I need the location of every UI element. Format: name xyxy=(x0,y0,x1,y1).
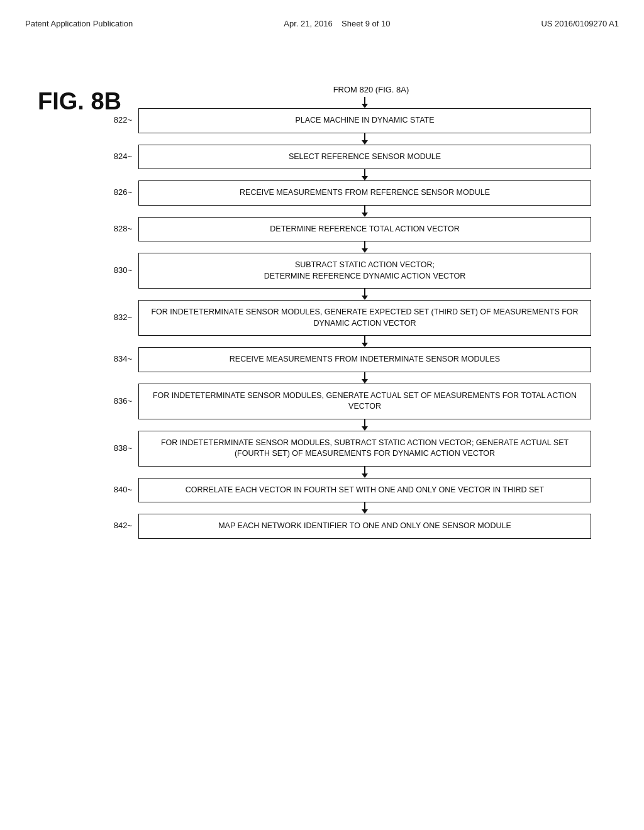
header-sheet: Sheet 9 of 10 xyxy=(341,19,390,28)
flow-row-842: 842~MAP EACH NETWORK IDENTIFIER TO ONE A… xyxy=(75,514,591,539)
step-box-832: FOR INDETETERMINATE SENSOR MODULES, GENE… xyxy=(138,300,591,336)
step-box-838: FOR INDETETERMINATE SENSOR MODULES, SUBT… xyxy=(138,431,591,467)
header-center: Apr. 21, 2016 Sheet 9 of 10 xyxy=(284,19,390,28)
arrow-4 xyxy=(138,241,591,253)
flow-row-830: 830~SUBTRACT STATIC ACTION VECTOR;DETERM… xyxy=(75,253,591,289)
arrow-7 xyxy=(138,372,591,384)
step-box-822: PLACE MACHINE IN DYNAMIC STATE xyxy=(138,108,591,133)
arrow-3 xyxy=(138,206,591,217)
flow-row-824: 824~SELECT REFERENCE SENSOR MODULE xyxy=(75,145,591,170)
arrow-5 xyxy=(138,289,591,300)
step-label-842: 842~ xyxy=(75,521,138,531)
flow-row-828: 828~DETERMINE REFERENCE TOTAL ACTION VEC… xyxy=(75,217,591,242)
arrow-9 xyxy=(138,467,591,478)
flow-row-838: 838~FOR INDETETERMINATE SENSOR MODULES, … xyxy=(75,431,591,467)
step-label-828: 828~ xyxy=(75,224,138,235)
step-box-828: DETERMINE REFERENCE TOTAL ACTION VECTOR xyxy=(138,217,591,242)
flow-row-836: 836~FOR INDETETERMINATE SENSOR MODULES, … xyxy=(75,384,591,419)
arrow-10 xyxy=(138,502,591,514)
step-label-822: 822~ xyxy=(75,115,138,126)
step-label-840: 840~ xyxy=(75,485,138,495)
flow-row-832: 832~FOR INDETETERMINATE SENSOR MODULES, … xyxy=(75,300,591,336)
from-label: FROM 820 (FIG. 8A) xyxy=(151,85,591,94)
header-publication-label: Patent Application Publication xyxy=(25,19,133,28)
arrow-8 xyxy=(138,419,591,431)
header-date: Apr. 21, 2016 xyxy=(284,19,332,28)
step-box-830: SUBTRACT STATIC ACTION VECTOR;DETERMINE … xyxy=(138,253,591,289)
flow-row-834: 834~RECEIVE MEASUREMENTS FROM INDETERMIN… xyxy=(75,347,591,372)
step-box-826: RECEIVE MEASUREMENTS FROM REFERENCE SENS… xyxy=(138,180,591,206)
step-label-838: 838~ xyxy=(75,443,138,454)
arrow-6 xyxy=(138,336,591,347)
flow-row-840: 840~CORRELATE EACH VECTOR IN FOURTH SET … xyxy=(75,478,591,503)
header-left: Patent Application Publication xyxy=(25,19,133,28)
flow-steps: 822~PLACE MACHINE IN DYNAMIC STATE824~SE… xyxy=(75,108,591,539)
arrow-1 xyxy=(138,133,591,145)
step-box-836: FOR INDETETERMINATE SENSOR MODULES, GENE… xyxy=(138,384,591,419)
step-box-840: CORRELATE EACH VECTOR IN FOURTH SET WITH… xyxy=(138,478,591,503)
header-patent-number: US 2016/0109270 A1 xyxy=(541,19,619,28)
step-label-836: 836~ xyxy=(75,396,138,407)
header-right: US 2016/0109270 A1 xyxy=(541,19,619,28)
step-label-826: 826~ xyxy=(75,187,138,198)
flow-row-822: 822~PLACE MACHINE IN DYNAMIC STATE xyxy=(75,108,591,133)
step-box-834: RECEIVE MEASUREMENTS FROM INDETERMINATE … xyxy=(138,347,591,372)
step-label-824: 824~ xyxy=(75,152,138,162)
page: Patent Application Publication Apr. 21, … xyxy=(0,0,644,830)
step-box-842: MAP EACH NETWORK IDENTIFIER TO ONE AND O… xyxy=(138,514,591,539)
flow-row-826: 826~RECEIVE MEASUREMENTS FROM REFERENCE … xyxy=(75,180,591,206)
arrow-0 xyxy=(138,97,591,108)
step-label-830: 830~ xyxy=(75,265,138,276)
header: Patent Application Publication Apr. 21, … xyxy=(25,19,619,28)
flowchart: FROM 820 (FIG. 8A) 822~PLACE MACHINE IN … xyxy=(75,85,591,539)
step-box-824: SELECT REFERENCE SENSOR MODULE xyxy=(138,145,591,170)
arrow-2 xyxy=(138,169,591,180)
step-label-834: 834~ xyxy=(75,354,138,365)
step-label-832: 832~ xyxy=(75,313,138,323)
